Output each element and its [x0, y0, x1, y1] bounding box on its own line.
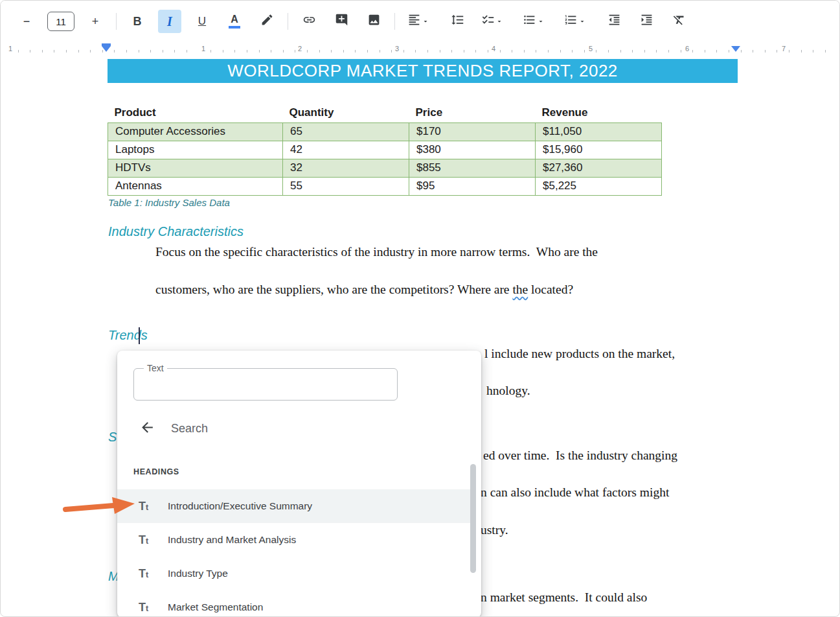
- table-cell[interactable]: 32: [283, 159, 409, 177]
- table-cell[interactable]: $380: [409, 141, 536, 159]
- italic-button[interactable]: I: [158, 10, 181, 33]
- paragraph-fragment[interactable]: n can also include what factors might: [481, 485, 669, 500]
- table-cell[interactable]: $170: [409, 122, 536, 141]
- left-indent-marker[interactable]: [102, 43, 111, 52]
- numbered-list-icon: [564, 13, 578, 30]
- ruler-number: 3: [392, 45, 402, 52]
- zoom-out-button[interactable]: −: [15, 10, 38, 33]
- heading-style-icon: Tt: [139, 533, 157, 547]
- text-color-icon: A: [229, 14, 240, 29]
- document-title-bar[interactable]: WORLDCORP MARKET TRENDS REPORT, 2022: [108, 59, 738, 83]
- text-input[interactable]: [134, 369, 397, 400]
- checklist-button[interactable]: [478, 10, 510, 33]
- heading-partial-s[interactable]: S: [108, 430, 117, 445]
- ruler-number: 1: [6, 45, 15, 52]
- table-col-header[interactable]: Price: [409, 103, 536, 122]
- search-row[interactable]: Search: [117, 412, 481, 445]
- line-spacing-button[interactable]: [446, 10, 469, 33]
- zoom-in-button[interactable]: +: [84, 10, 107, 33]
- font-size-input[interactable]: 11: [47, 12, 74, 31]
- table-col-header[interactable]: Product: [108, 103, 283, 122]
- table-col-header[interactable]: Revenue: [536, 103, 662, 122]
- paragraph-fragment[interactable]: hnology.: [486, 384, 530, 398]
- table-col-header[interactable]: Quantity: [283, 103, 409, 122]
- text-color-button[interactable]: A: [223, 10, 246, 33]
- paragraph-text: customers, who are the suppliers, who ar…: [155, 283, 512, 296]
- numbered-list-button[interactable]: [561, 10, 593, 33]
- add-comment-button[interactable]: [330, 10, 353, 33]
- table-cell[interactable]: Antennas: [108, 177, 283, 195]
- insert-link-button[interactable]: [297, 10, 321, 33]
- app-window: − 11 + B I U A: [0, 0, 840, 617]
- table-cell[interactable]: 65: [283, 122, 409, 141]
- paragraph-text: located?: [528, 283, 573, 296]
- list-item-introduction-executive-summary[interactable]: Tt Introduction/Executive Summary: [117, 489, 471, 523]
- insert-image-button[interactable]: [362, 10, 385, 33]
- heading-style-icon: Tt: [139, 500, 157, 513]
- styles-search-popup: Text Search HEADINGS Tt Introduction/Exe…: [117, 351, 481, 617]
- ruler-number: 2: [295, 45, 304, 52]
- spellcheck-flagged-word[interactable]: the: [512, 283, 528, 296]
- table-cell[interactable]: $855: [409, 159, 536, 177]
- list-item-market-segmentation[interactable]: Tt Market Segmentation: [117, 590, 471, 617]
- table-cell[interactable]: Computer Accessories: [108, 122, 283, 141]
- popup-scrollbar[interactable]: [470, 464, 476, 573]
- table-caption[interactable]: Table 1: Industry Sales Data: [108, 197, 230, 208]
- underline-icon: U: [198, 15, 206, 28]
- paragraph-fragment[interactable]: l include new products on the market,: [484, 347, 675, 361]
- paragraph-fragment[interactable]: n market segments. It could also: [481, 590, 647, 605]
- ruler: 1 1 2 3 4 5 6 7: [1, 42, 839, 56]
- table-cell[interactable]: 42: [283, 141, 409, 159]
- table-cell[interactable]: 55: [283, 177, 409, 195]
- toolbar-divider: [288, 13, 288, 30]
- text-field[interactable]: Text: [133, 368, 398, 401]
- headings-list: Tt Introduction/Executive Summary Tt Ind…: [117, 489, 471, 617]
- table-cell[interactable]: $95: [409, 177, 536, 195]
- clear-formatting-button[interactable]: [667, 10, 690, 33]
- list-item-label: Industry and Market Analysis: [168, 534, 296, 546]
- table-row: Antennas 55 $95 $5,225: [108, 177, 662, 195]
- font-size-value: 11: [56, 16, 66, 27]
- ruler-ticks: [6, 50, 834, 52]
- table-cell[interactable]: Laptops: [108, 141, 283, 159]
- underline-button[interactable]: U: [190, 10, 214, 33]
- align-button[interactable]: [404, 10, 437, 33]
- list-item-industry-and-market-analysis[interactable]: Tt Industry and Market Analysis: [117, 523, 471, 557]
- clear-formatting-icon: [672, 13, 686, 30]
- back-arrow-icon[interactable]: [117, 419, 155, 438]
- toolbar: − 11 + B I U A: [1, 1, 839, 42]
- decrease-indent-button[interactable]: [602, 10, 626, 33]
- list-item-industry-type[interactable]: Tt Industry Type: [117, 557, 471, 590]
- list-item-label: Introduction/Executive Summary: [168, 500, 312, 512]
- paragraph-line[interactable]: Focus on the specific characteristics of…: [155, 245, 598, 259]
- right-indent-marker[interactable]: [731, 46, 740, 52]
- bulleted-list-button[interactable]: [519, 10, 552, 33]
- heading-trends[interactable]: Trends: [108, 328, 148, 343]
- italic-icon: I: [167, 14, 172, 29]
- paragraph-fragment[interactable]: ed over time. Is the industry changing: [483, 448, 677, 463]
- list-item-label: Industry Type: [168, 568, 228, 579]
- line-spacing-icon: [451, 13, 464, 30]
- table-cell[interactable]: $27,360: [536, 159, 662, 177]
- table-cell[interactable]: $11,050: [536, 122, 662, 141]
- table-cell[interactable]: $15,960: [536, 141, 662, 159]
- ruler-number: 6: [683, 45, 692, 52]
- checklist-icon: [481, 13, 495, 30]
- bold-button[interactable]: B: [126, 10, 149, 33]
- text-cursor: [139, 327, 140, 344]
- heading-industry-characteristics[interactable]: Industry Characteristics: [108, 224, 244, 239]
- bulleted-list-icon: [523, 13, 536, 30]
- heading-style-icon: Tt: [139, 567, 157, 581]
- increase-indent-button[interactable]: [635, 10, 658, 33]
- ruler-number: 5: [586, 45, 595, 52]
- heading-style-icon: Tt: [139, 601, 157, 614]
- paragraph-fragment[interactable]: ustry.: [481, 523, 508, 537]
- ruler-number: 7: [779, 45, 788, 52]
- chevron-down-icon: [495, 15, 503, 29]
- table-row: HDTVs 32 $855 $27,360: [108, 159, 662, 177]
- highlight-color-button[interactable]: [255, 10, 278, 33]
- ruler-number: 1: [199, 45, 208, 52]
- paragraph-line[interactable]: customers, who are the suppliers, who ar…: [155, 283, 573, 297]
- table-cell[interactable]: $5,225: [536, 177, 662, 195]
- table-cell[interactable]: HDTVs: [108, 159, 283, 177]
